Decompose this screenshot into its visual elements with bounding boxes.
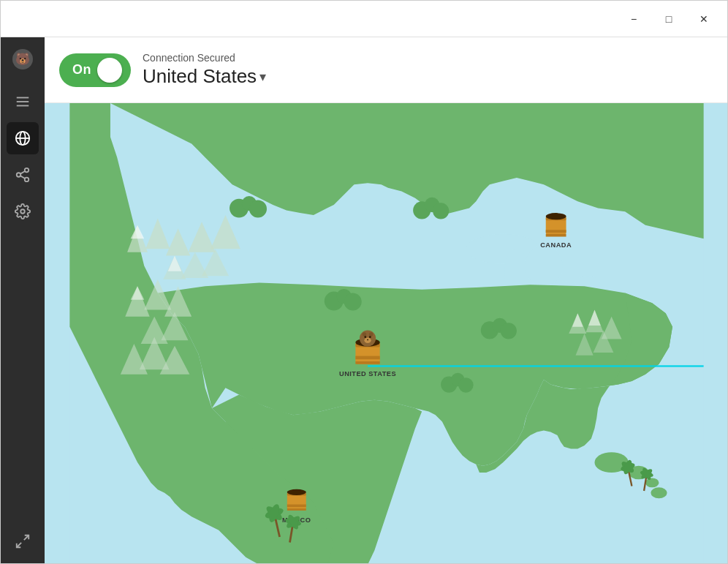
sidebar-item-menu[interactable] [7, 86, 39, 118]
svg-rect-69 [546, 234, 566, 237]
svg-point-91 [287, 489, 306, 495]
sidebar: 🐻 [1, 37, 45, 564]
svg-rect-89 [287, 505, 306, 508]
share-icon [15, 167, 31, 183]
svg-point-24 [645, 478, 659, 487]
svg-point-25 [651, 487, 667, 498]
map-area[interactable]: CANADA [45, 103, 728, 564]
toggle-switch-knob [97, 58, 122, 83]
minimize-button[interactable]: − [618, 8, 650, 30]
svg-point-19 [525, 246, 563, 287]
settings-icon [15, 203, 31, 219]
toggle-label: On [72, 62, 91, 78]
svg-text:CANADA: CANADA [540, 241, 572, 249]
maximize-button[interactable]: □ [653, 8, 685, 30]
menu-icon [15, 94, 31, 110]
svg-line-11 [20, 176, 25, 178]
svg-line-12 [20, 171, 25, 174]
svg-rect-90 [287, 508, 306, 511]
svg-line-15 [17, 543, 21, 547]
sidebar-item-refer[interactable] [7, 159, 39, 191]
vpn-toggle[interactable]: On [59, 53, 131, 87]
sidebar-item-map[interactable] [7, 122, 39, 154]
svg-rect-75 [355, 361, 379, 364]
svg-line-14 [24, 535, 29, 540]
svg-rect-74 [355, 356, 379, 360]
header-info: Connection Secured United States ▾ [143, 52, 266, 88]
country-selector[interactable]: United States ▾ [143, 65, 266, 88]
svg-point-61 [458, 377, 473, 392]
svg-point-8 [25, 168, 29, 173]
svg-point-13 [20, 209, 25, 214]
selected-country: United States [143, 65, 257, 88]
globe-icon [15, 130, 31, 146]
svg-point-10 [25, 178, 29, 182]
svg-point-84 [369, 336, 371, 338]
svg-text:🐻: 🐻 [15, 52, 30, 66]
chevron-down-icon: ▾ [259, 69, 266, 85]
sidebar-item-expand[interactable] [7, 525, 39, 557]
world-map: CANADA [45, 103, 728, 564]
close-button[interactable]: ✕ [688, 8, 720, 30]
svg-point-9 [17, 173, 21, 177]
svg-point-80 [363, 332, 367, 336]
header: On Connection Secured United States ▾ [45, 37, 728, 103]
svg-point-70 [546, 213, 566, 219]
svg-point-52 [433, 203, 449, 219]
window-controls: − □ ✕ [618, 8, 720, 30]
svg-point-83 [364, 336, 366, 338]
svg-point-55 [344, 293, 362, 310]
tunnelbear-logo-icon: 🐻 [11, 48, 34, 71]
sidebar-item-settings[interactable] [7, 195, 39, 228]
svg-point-81 [369, 332, 374, 336]
connection-status: Connection Secured [143, 52, 266, 64]
svg-point-58 [501, 323, 517, 339]
app-logo[interactable]: 🐻 [8, 45, 37, 74]
main-panel: On Connection Secured United States ▾ [45, 37, 728, 564]
svg-point-49 [249, 200, 267, 218]
expand-icon [15, 533, 31, 549]
svg-point-85 [367, 339, 368, 340]
svg-text:UNITED STATES: UNITED STATES [339, 370, 396, 377]
titlebar: − □ ✕ [1, 1, 728, 37]
svg-rect-68 [546, 230, 566, 233]
